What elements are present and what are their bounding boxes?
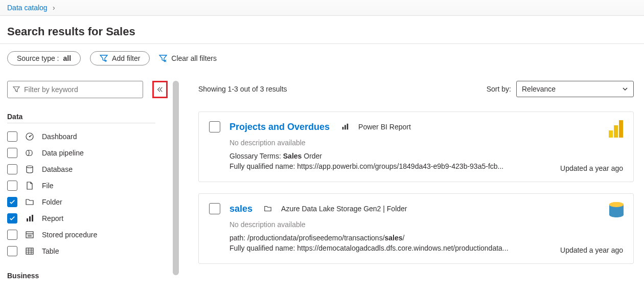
facet-label: Database (42, 165, 179, 173)
source-type-pill[interactable]: Source type : all (7, 51, 81, 65)
chevron-down-icon (622, 86, 628, 92)
add-filter-button[interactable]: Add filter (90, 51, 150, 65)
breadcrumb-root-link[interactable]: Data catalog (7, 4, 48, 12)
storedproc-icon (25, 230, 35, 239)
clear-all-label: Clear all filters (171, 54, 217, 62)
filter-clear-icon (159, 54, 167, 62)
content: Data Dashboard Data pipeline Database (0, 73, 644, 288)
adls-icon (609, 202, 624, 220)
svg-point-5 (29, 136, 31, 138)
facet-label: Folder (42, 198, 179, 206)
results-panel: Showing 1-3 out of 3 results Sort by: Re… (183, 73, 644, 288)
sort-value: Relevance (522, 85, 556, 93)
chevron-right-icon: › (53, 4, 55, 12)
facet-item-pipeline[interactable]: Data pipeline (7, 145, 179, 161)
facet-title: Business (7, 272, 179, 280)
checkbox[interactable] (7, 131, 17, 142)
filter-icon (13, 86, 20, 93)
facet-label: File (42, 182, 179, 190)
facet-item-dashboard[interactable]: Dashboard (7, 128, 179, 145)
svg-rect-25 (619, 120, 623, 138)
checkbox[interactable] (7, 148, 17, 158)
sort-by: Sort by: Relevance (487, 81, 634, 97)
result-checkbox[interactable] (209, 121, 220, 132)
svg-rect-21 (344, 125, 346, 129)
no-description: No description available (229, 139, 623, 147)
facet-item-table[interactable]: Table (7, 243, 179, 259)
card-head: Projects and Overdues Power BI Report (209, 121, 623, 132)
svg-rect-23 (609, 130, 613, 138)
result-title-link[interactable]: sales (229, 204, 252, 214)
chevron-double-left-icon (156, 86, 164, 93)
svg-point-6 (26, 150, 29, 155)
powerbi-icon (609, 120, 624, 140)
svg-rect-11 (26, 232, 33, 238)
folder-icon (264, 205, 272, 213)
facet-list-data: Dashboard Data pipeline Database File (7, 128, 179, 259)
results-header: Showing 1-3 out of 3 results Sort by: Re… (198, 81, 634, 100)
updated-label: Updated a year ago (560, 246, 623, 254)
report-icon (25, 214, 35, 223)
facet-item-storedproc[interactable]: Stored procedure (7, 227, 179, 243)
checkbox[interactable] (7, 246, 17, 256)
result-card: Projects and Overdues Power BI Report No… (198, 111, 634, 182)
clear-all-filters[interactable]: Clear all filters (159, 54, 217, 62)
facet-label: Dashboard (42, 132, 179, 141)
facet-label: Report (42, 214, 179, 222)
check-icon (9, 215, 16, 222)
facet-item-report[interactable]: Report (7, 210, 179, 227)
collapse-sidebar-button[interactable] (152, 81, 168, 98)
sidebar: Data Dashboard Data pipeline Database (0, 73, 183, 288)
svg-point-7 (27, 166, 33, 168)
facet-label: Data pipeline (42, 149, 179, 157)
checkbox[interactable] (7, 164, 17, 174)
svg-rect-15 (26, 248, 33, 254)
checkbox[interactable] (7, 230, 17, 240)
checkbox[interactable] (7, 181, 17, 191)
facet-item-file[interactable]: File (7, 177, 179, 194)
dashboard-icon (25, 132, 35, 141)
database-icon (25, 165, 35, 174)
svg-rect-20 (342, 127, 344, 129)
results-count: Showing 1-3 out of 3 results (198, 85, 287, 93)
svg-rect-9 (29, 216, 31, 221)
sidebar-scrollbar-thumb[interactable] (173, 81, 179, 275)
no-description: No description available (229, 220, 623, 229)
glossary-line: Glossary Terms: Sales Order (229, 152, 623, 160)
filter-bar: Source type : all Add filter Clear all f… (0, 44, 644, 73)
file-icon (25, 181, 35, 190)
sidebar-scrollbar[interactable] (173, 81, 179, 275)
checkbox[interactable] (7, 197, 17, 207)
add-filter-label: Add filter (112, 54, 140, 62)
facet-item-database[interactable]: Database (7, 161, 179, 177)
svg-rect-8 (27, 218, 28, 221)
sort-select[interactable]: Relevance (516, 81, 634, 97)
result-title-link[interactable]: Projects and Overdues (229, 122, 330, 132)
facet-label: Stored procedure (42, 231, 179, 239)
table-icon (25, 247, 35, 256)
filter-keyword-wrap[interactable] (7, 81, 143, 98)
page-title: Search results for Sales (0, 16, 644, 44)
svg-rect-22 (347, 124, 349, 130)
result-card: sales Azure Data Lake Storage Gen2 | Fol… (198, 193, 634, 264)
check-icon (9, 198, 16, 206)
checkbox[interactable] (7, 213, 17, 224)
facet-title: Data (7, 113, 179, 121)
svg-rect-24 (614, 125, 618, 138)
result-type-label: Power BI Report (358, 123, 411, 131)
folder-icon (25, 197, 35, 207)
sort-label: Sort by: (487, 85, 511, 93)
card-head: sales Azure Data Lake Storage Gen2 | Fol… (209, 203, 623, 214)
svg-point-27 (609, 202, 624, 207)
facet-item-folder[interactable]: Folder (7, 194, 179, 210)
filter-keyword-input[interactable] (24, 85, 137, 94)
svg-rect-10 (32, 215, 33, 221)
updated-label: Updated a year ago (560, 164, 623, 172)
result-checkbox[interactable] (209, 203, 220, 214)
breadcrumb: Data catalog › (0, 0, 644, 16)
filter-add-icon (100, 54, 108, 62)
facet-label: Table (42, 247, 179, 255)
source-type-value: all (63, 54, 72, 62)
source-type-prefix: Source type : (17, 54, 59, 62)
report-icon (341, 123, 349, 131)
